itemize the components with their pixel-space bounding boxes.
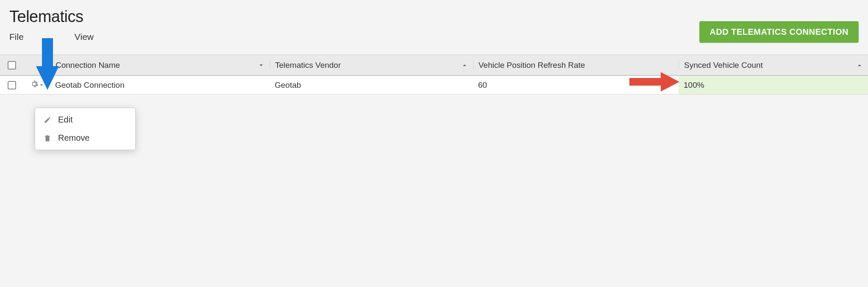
cell-synced-count: 100%: [684, 81, 704, 90]
column-header-connection-name[interactable]: Connection Name: [50, 61, 270, 70]
column-label: Synced Vehicle Count: [684, 61, 763, 70]
column-label: Vehicle Position Refresh Rate: [479, 61, 585, 70]
page-title: Telematics: [9, 8, 94, 26]
cell-refresh-rate: 60: [478, 81, 487, 90]
row-select-checkbox[interactable]: [8, 81, 16, 89]
cell-vendor: Geotab: [275, 81, 301, 90]
menu-view[interactable]: View: [75, 32, 94, 42]
trash-icon: [43, 134, 52, 142]
column-header-telematics-vendor[interactable]: Telematics Vendor: [270, 61, 473, 70]
menu-item-edit[interactable]: Edit: [35, 111, 135, 129]
pencil-icon: [43, 116, 52, 124]
caret-up-icon: [857, 63, 862, 68]
annotation-blue-arrow-icon: [36, 38, 59, 92]
row-actions-menu: Edit Remove: [35, 108, 136, 150]
menu-item-label: Remove: [58, 133, 89, 143]
add-telematics-connection-button[interactable]: ADD TELEMATICS CONNECTION: [699, 21, 859, 43]
column-header-synced-count[interactable]: Synced Vehicle Count: [679, 61, 868, 70]
cell-connection-name: Geotab Connection: [55, 81, 125, 90]
column-label: Telematics Vendor: [275, 61, 341, 70]
menu-file[interactable]: File: [9, 32, 24, 42]
select-all-checkbox[interactable]: [8, 61, 16, 70]
telematics-grid: Connection Name Telematics Vendor Vehicl…: [0, 55, 868, 95]
annotation-red-arrow-icon: [629, 72, 679, 94]
table-row: Geotab Connection Geotab 60 100%: [0, 76, 868, 95]
column-label: Connection Name: [56, 61, 120, 70]
menu-item-label: Edit: [58, 115, 72, 125]
column-header-refresh-rate[interactable]: Vehicle Position Refresh Rate: [473, 61, 679, 70]
caret-down-icon: [259, 63, 264, 68]
menu-item-remove[interactable]: Remove: [35, 129, 135, 147]
grid-header-row: Connection Name Telematics Vendor Vehicl…: [0, 55, 868, 76]
caret-up-icon: [462, 63, 467, 68]
